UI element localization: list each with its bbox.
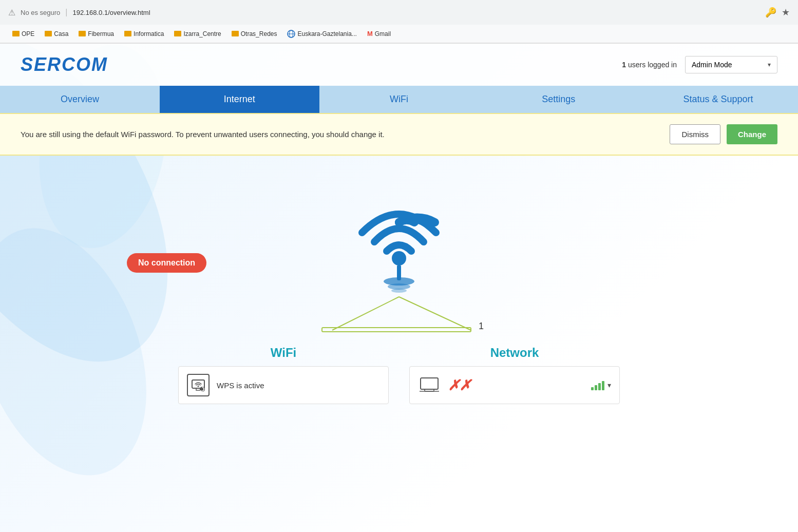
bookmark-izarra[interactable]: Izarra_Centre — [170, 29, 225, 39]
globe-icon — [287, 30, 295, 38]
bookmark-label: Izarra_Centre — [183, 30, 221, 37]
tab-settings[interactable]: Settings — [479, 86, 638, 113]
svg-rect-15 — [196, 388, 200, 390]
folder-icon — [12, 31, 20, 36]
svg-rect-19 — [421, 378, 438, 389]
bookmark-fibermua[interactable]: Fibermua — [74, 29, 118, 39]
bookmark-informatica[interactable]: Informatica — [120, 29, 168, 39]
admin-mode-dropdown[interactable]: Admin Mode ▾ — [685, 56, 777, 73]
users-count: 1 — [622, 61, 626, 69]
folder-icon — [232, 31, 239, 36]
address-bar: ⚠ No es seguro | 192.168.0.1/overview.ht… — [0, 0, 798, 25]
star-icon[interactable]: ★ — [782, 7, 790, 18]
change-button[interactable]: Change — [727, 124, 777, 144]
connection-lines-svg — [219, 294, 579, 335]
bookmark-label: Fibermua — [88, 30, 114, 37]
illustration-area: No connection — [194, 181, 604, 299]
signal-bar-4 — [602, 381, 604, 390]
wps-card: WPS is active — [178, 366, 389, 404]
wifi-panel-title: WiFi — [178, 346, 389, 360]
signal-area: ▾ — [591, 380, 611, 390]
signal-bars-icon — [591, 380, 604, 390]
admin-mode-label: Admin Mode — [692, 61, 732, 69]
bookmark-euskara[interactable]: Euskara-Gaztelania... — [283, 28, 360, 40]
bookmark-casa[interactable]: Casa — [41, 29, 72, 39]
signal-bar-1 — [591, 387, 594, 390]
header-right: 1 users logged in Admin Mode ▾ — [622, 56, 777, 73]
wps-symbol — [191, 378, 205, 392]
bookmark-label: Informatica — [134, 30, 164, 37]
tab-overview[interactable]: Overview — [0, 86, 160, 113]
bookmark-otras-redes[interactable]: Otras_Redes — [227, 29, 281, 39]
device-count: 1 — [479, 321, 484, 332]
svg-point-6 — [392, 251, 406, 265]
laptop-svg — [420, 377, 439, 393]
bottom-panels: WiFi — [168, 340, 630, 409]
bookmarks-bar: OPE Casa Fibermua Informatica Izarra_Cen… — [0, 25, 798, 43]
users-logged-display: 1 users logged in — [622, 61, 677, 69]
network-chevron-icon[interactable]: ▾ — [607, 381, 611, 389]
wps-status-label: WPS is active — [217, 381, 264, 390]
bookmark-label: Euskara-Gaztelania... — [297, 30, 356, 37]
no-connection-badge: No connection — [127, 253, 206, 273]
not-secure-label: No es seguro — [21, 9, 60, 16]
separator: | — [65, 8, 67, 17]
chevron-down-icon: ▾ — [768, 61, 771, 68]
signal-bar-3 — [598, 383, 601, 390]
folder-icon — [45, 31, 52, 36]
network-card: ✗✗ ▾ — [409, 366, 620, 404]
bookmark-label: Otras_Redes — [241, 30, 277, 37]
folder-icon — [79, 31, 86, 36]
bookmark-label: Casa — [54, 30, 68, 37]
browser-chrome: ⚠ No es seguro | 192.168.0.1/overview.ht… — [0, 0, 798, 44]
bookmark-label: OPE — [22, 30, 34, 37]
bookmark-label: Gmail — [375, 30, 391, 37]
nav-tabs: Overview Internet WiFi Settings Status &… — [0, 86, 798, 113]
network-panel: Network ✗✗ — [399, 340, 630, 409]
main-content: No connection — [0, 156, 798, 409]
security-warning-icon: ⚠ — [8, 8, 15, 17]
svg-line-12 — [399, 297, 471, 330]
warning-banner: You are still using the default WiFi pas… — [0, 113, 798, 156]
dismiss-button[interactable]: Dismiss — [670, 124, 720, 144]
gmail-icon: M — [367, 30, 373, 37]
svg-line-11 — [332, 297, 399, 330]
bookmark-gmail[interactable]: M Gmail — [363, 28, 395, 39]
wps-icon — [187, 374, 210, 396]
svg-point-10 — [391, 289, 407, 293]
svg-point-16 — [198, 386, 199, 387]
key-icon[interactable]: 🔑 — [765, 7, 776, 18]
network-status-area: ✗✗ — [448, 377, 584, 394]
folder-icon — [124, 31, 131, 36]
tab-wifi[interactable]: WiFi — [319, 86, 479, 113]
svg-rect-13 — [322, 328, 471, 332]
tab-status-support[interactable]: Status & Support — [638, 86, 798, 113]
router-header: SERCOM 1 users logged in Admin Mode ▾ — [0, 44, 798, 86]
connection-lines-area: 1 — [219, 294, 579, 335]
url-display[interactable]: 192.168.0.1/overview.html — [72, 9, 150, 16]
signal-bar-2 — [595, 385, 597, 390]
error-mark-icon: ✗✗ — [448, 377, 470, 394]
router-wifi-illustration — [348, 181, 450, 299]
users-logged-label: users logged in — [628, 61, 677, 69]
wifi-panel: WiFi — [168, 340, 399, 409]
folder-icon — [174, 31, 181, 36]
network-panel-title: Network — [409, 346, 620, 360]
router-ui: SERCOM 1 users logged in Admin Mode ▾ Ov… — [0, 44, 798, 532]
tab-internet[interactable]: Internet — [160, 86, 319, 113]
bookmark-ope[interactable]: OPE — [8, 29, 39, 39]
warning-text: You are still using the default WiFi pas… — [21, 128, 659, 141]
warning-actions: Dismiss Change — [670, 124, 777, 144]
logo: SERCOM — [21, 54, 108, 75]
computer-icon — [418, 374, 441, 396]
